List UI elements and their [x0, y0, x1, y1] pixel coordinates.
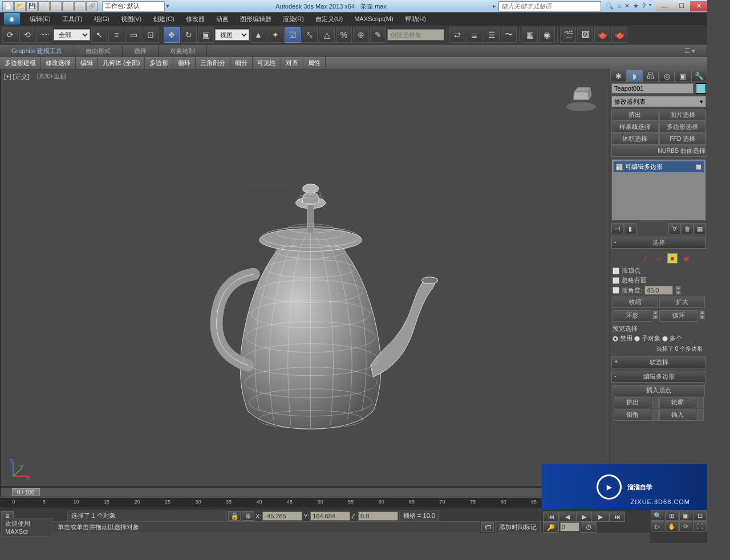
stack-bulb-icon[interactable] [696, 164, 701, 170]
spinner-snap-icon[interactable]: ⊕ [353, 27, 369, 43]
bind-spacewarp-icon[interactable]: 〰 [36, 27, 52, 43]
panel-polymodel[interactable]: 多边形建模 [0, 57, 41, 70]
bevel-button[interactable]: 倒角 [614, 409, 651, 421]
show-result-icon[interactable]: ▮ [624, 223, 636, 234]
ribbon-tab-freeform[interactable]: 自由形式 [74, 45, 123, 57]
goto-end-icon[interactable]: ⏭ [609, 512, 625, 522]
mirror-icon[interactable]: ⇄ [449, 27, 465, 43]
configure-sets-icon[interactable]: ▦ [694, 223, 706, 234]
object-color-swatch[interactable] [696, 83, 706, 94]
angle-spinner[interactable]: 45.0 [644, 286, 673, 295]
viewport-label[interactable]: [+] [正交] [4, 72, 29, 81]
help-dd-icon[interactable]: ▾ [649, 2, 651, 10]
material-editor-icon[interactable]: ◉ [539, 27, 555, 43]
extrude-settings[interactable] [652, 397, 659, 408]
next-frame-icon[interactable]: ▶ [593, 512, 609, 522]
cmd-tab-modify[interactable]: ◗ [626, 70, 642, 82]
loop-up[interactable]: ▴ [699, 310, 705, 315]
render-frame-icon[interactable]: 🖼 [577, 27, 593, 43]
preview-disable-radio[interactable] [613, 336, 618, 342]
shrink-button[interactable]: 收缩 [613, 297, 658, 308]
ring-down[interactable]: ▾ [652, 315, 658, 319]
cmd-tab-create[interactable]: ✱ [610, 70, 626, 82]
menu-edit[interactable]: 编辑(E) [24, 13, 56, 25]
subobj-polygon-icon[interactable]: ■ [667, 253, 678, 263]
search-go-icon[interactable]: 🔍 [606, 2, 614, 10]
render-setup-icon[interactable]: 🎬 [560, 27, 576, 43]
preset-patchselect[interactable]: 面片选择 [659, 109, 707, 121]
angle-snap-icon[interactable]: △ [319, 27, 335, 43]
qat-redo[interactable]: ↷ [62, 1, 74, 11]
preview-multi-radio[interactable] [662, 336, 668, 342]
help-icon[interactable]: ? [642, 2, 646, 10]
loop-button[interactable]: 循环 [659, 310, 698, 322]
stack-expand-icon[interactable]: ▪ [616, 164, 623, 171]
workspace-dropdown[interactable] [102, 1, 165, 11]
modifier-stack[interactable]: ▪ 可编辑多边形 [611, 159, 706, 221]
viewport[interactable]: [+] [正交] [真实+边面] [0, 70, 610, 487]
maximize-button[interactable]: ☐ [673, 1, 690, 11]
select-icon[interactable]: ↖ [91, 27, 107, 43]
zoom-extents-all-icon[interactable]: ⊡ [693, 510, 707, 521]
qat-new[interactable]: 📄 [2, 1, 14, 11]
application-button[interactable]: ◉ [3, 13, 21, 25]
insert-vertex-button[interactable]: 插入顶点 [613, 385, 705, 396]
prev-frame-icon[interactable]: ◀ [559, 512, 575, 522]
qat-undo[interactable]: ↶ [38, 1, 50, 11]
qat-undo-dd[interactable]: ▾ [50, 1, 62, 11]
panel-loops[interactable]: 循环 [173, 57, 196, 70]
coord-x[interactable] [262, 512, 302, 521]
subobj-edge-icon[interactable]: ╱ [640, 253, 650, 263]
render-iterative-icon[interactable]: 🫖 [611, 27, 627, 43]
inset-button[interactable]: 插入 [659, 409, 697, 421]
lock-icon[interactable]: 🔒 [228, 511, 241, 521]
panel-tris[interactable]: 三角剖分 [196, 57, 230, 70]
time-slider-thumb[interactable]: 0 / 100 [12, 488, 40, 496]
angle-down[interactable]: ▾ [675, 290, 681, 295]
time-tag-icon[interactable]: 🏷 [481, 522, 494, 532]
cmd-tab-hierarchy[interactable]: 品 [643, 70, 659, 82]
curve-editor-icon[interactable]: 〜 [501, 27, 517, 43]
extrude-button[interactable]: 挤出 [614, 397, 651, 408]
panel-geometry[interactable]: 几何体 (全部) [98, 57, 145, 70]
by-vertex-checkbox[interactable] [613, 267, 619, 274]
qat-redo-dd[interactable]: ▾ [74, 1, 86, 11]
angle-up[interactable]: ▴ [675, 286, 681, 290]
rollout-editpoly-header[interactable]: -编辑多边形 [611, 371, 706, 383]
panel-modifysel[interactable]: 修改选择 [41, 57, 76, 70]
percent-snap-icon[interactable]: % [336, 27, 352, 43]
time-slider-track[interactable]: 0 / 100 [0, 487, 610, 497]
menu-group[interactable]: 组(G) [88, 13, 115, 25]
fov-icon[interactable]: ▷ [651, 521, 664, 531]
align-icon[interactable]: ≣ [467, 27, 482, 43]
subobj-vertex-icon[interactable]: ∴ [626, 253, 636, 263]
menu-customize[interactable]: 自定义(U) [310, 13, 348, 25]
link-icon[interactable]: ⟳ [2, 27, 18, 43]
by-angle-checkbox[interactable] [613, 287, 619, 294]
max-toggle-icon[interactable]: ⛶ [693, 521, 707, 531]
stack-item-editable-poly[interactable]: ▪ 可编辑多边形 [613, 161, 704, 173]
snap-toggle-icon[interactable]: ³ₛ [302, 27, 318, 43]
preset-nurbs[interactable]: NURBS 曲面选择 [611, 145, 706, 157]
ring-button[interactable]: 环形 [613, 310, 651, 322]
panel-polygons[interactable]: 多边形 [145, 57, 173, 70]
remove-mod-icon[interactable]: 🗑 [681, 223, 694, 234]
panel-subdiv[interactable]: 细分 [230, 57, 253, 70]
panel-visibility[interactable]: 可见性 [253, 57, 281, 70]
preset-extrude[interactable]: 挤出 [611, 109, 659, 121]
subobj-element-icon[interactable]: ▣ [681, 253, 691, 263]
ribbon-tab-paint[interactable]: 对象绘制 [159, 45, 207, 57]
coord-y[interactable] [310, 512, 350, 521]
inset-settings[interactable] [697, 409, 704, 421]
panel-align[interactable]: 对齐 [281, 57, 303, 70]
preset-polyselect[interactable]: 多边形选择 [659, 121, 707, 133]
ribbon-tab-graphite[interactable]: Graphite 建模工具 [0, 45, 74, 57]
zoom-icon[interactable]: 🔍 [651, 510, 664, 521]
preset-volselect[interactable]: 体积选择 [611, 133, 659, 145]
make-unique-icon[interactable]: ∀ [668, 223, 681, 234]
select-name-icon[interactable]: ≡ [108, 27, 124, 43]
pan-icon[interactable]: ✋ [665, 521, 679, 531]
selection-filter-dropdown[interactable]: 全部 [54, 29, 90, 40]
viewcube[interactable] [564, 82, 598, 116]
menu-maxscript[interactable]: MAXScript(M) [348, 14, 399, 24]
